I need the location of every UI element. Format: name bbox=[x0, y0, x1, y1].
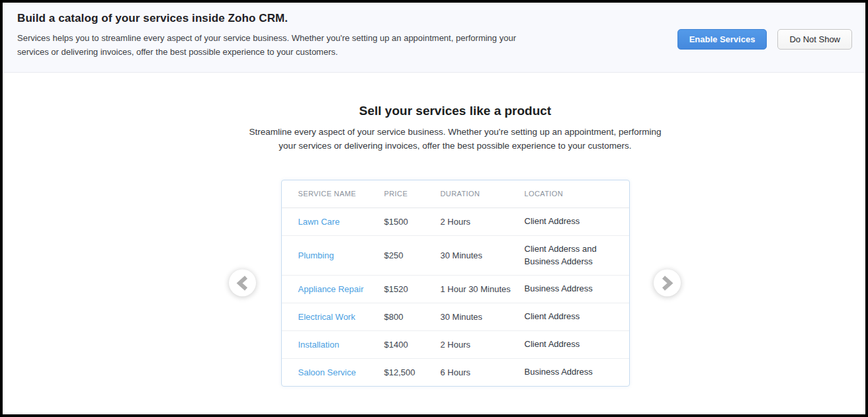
duration-cell: 6 Hours bbox=[441, 367, 525, 377]
table-header-row: SERVICE NAME PRICE DURATION LOCATION bbox=[282, 180, 629, 208]
promo-description: Streamline every aspect of your service … bbox=[249, 126, 662, 153]
app-window: Build a catalog of your services inside … bbox=[0, 0, 868, 417]
table-row: Electrical Work $800 30 Minutes Client A… bbox=[282, 303, 629, 331]
banner-text-block: Build a catalog of your services inside … bbox=[17, 10, 530, 63]
duration-cell: 2 Hours bbox=[441, 340, 525, 350]
location-cell: Client Adderss and Business Adderss bbox=[525, 243, 620, 268]
price-cell: $12,500 bbox=[384, 367, 441, 377]
promo-content: Sell your services like a product Stream… bbox=[3, 104, 865, 417]
service-name-link[interactable]: Appliance Repair bbox=[298, 284, 384, 294]
chevron-right-icon bbox=[661, 275, 673, 291]
do-not-show-button[interactable]: Do Not Show bbox=[777, 29, 852, 50]
services-table: SERVICE NAME PRICE DURATION LOCATION Law… bbox=[281, 180, 630, 387]
table-row: Lawn Care $1500 2 Hours Client Address bbox=[282, 208, 629, 236]
chevron-left-icon bbox=[236, 275, 249, 291]
price-cell: $1500 bbox=[384, 217, 441, 227]
enable-services-button[interactable]: Enable Services bbox=[677, 29, 767, 50]
location-cell: Business Address bbox=[525, 366, 620, 379]
table-row: Plumbing $250 30 Minutes Client Adderss … bbox=[282, 236, 629, 276]
duration-cell: 30 Minutes bbox=[441, 312, 525, 322]
services-carousel: SERVICE NAME PRICE DURATION LOCATION Law… bbox=[281, 180, 630, 387]
carousel-prev-button[interactable] bbox=[229, 270, 256, 297]
column-header-location: LOCATION bbox=[525, 190, 620, 198]
location-cell: Client Address bbox=[525, 311, 620, 323]
price-cell: $800 bbox=[384, 312, 441, 322]
column-header-service-name: SERVICE NAME bbox=[298, 190, 384, 198]
column-header-price: PRICE bbox=[384, 190, 441, 198]
location-cell: Client Address bbox=[525, 338, 620, 351]
carousel-next-button[interactable] bbox=[654, 270, 681, 297]
table-row: Appliance Repair $1520 1 Hour 30 Minutes… bbox=[282, 276, 629, 303]
location-cell: Client Address bbox=[525, 215, 620, 228]
service-name-link[interactable]: Plumbing bbox=[298, 250, 384, 260]
banner-description: Services helps you to streamline every a… bbox=[17, 32, 530, 59]
duration-cell: 30 Minutes bbox=[441, 250, 525, 260]
duration-cell: 1 Hour 30 Minutes bbox=[441, 284, 525, 294]
promo-title: Sell your services like a product bbox=[45, 104, 865, 118]
price-cell: $1400 bbox=[384, 340, 441, 350]
service-name-link[interactable]: Saloon Service bbox=[298, 367, 384, 377]
price-cell: $250 bbox=[384, 250, 441, 260]
service-name-link[interactable]: Electrical Work bbox=[298, 312, 384, 322]
banner-actions: Enable Services Do Not Show bbox=[677, 15, 852, 63]
banner-title: Build a catalog of your services inside … bbox=[17, 12, 530, 25]
table-row: Saloon Service $12,500 6 Hours Business … bbox=[282, 359, 629, 386]
price-cell: $1520 bbox=[384, 284, 441, 294]
column-header-duration: DURATION bbox=[441, 190, 525, 198]
service-name-link[interactable]: Lawn Care bbox=[298, 217, 384, 227]
services-banner: Build a catalog of your services inside … bbox=[3, 3, 865, 73]
duration-cell: 2 Hours bbox=[441, 217, 525, 227]
service-name-link[interactable]: Installation bbox=[298, 340, 384, 350]
table-row: Installation $1400 2 Hours Client Addres… bbox=[282, 331, 629, 359]
location-cell: Business Address bbox=[525, 283, 620, 295]
